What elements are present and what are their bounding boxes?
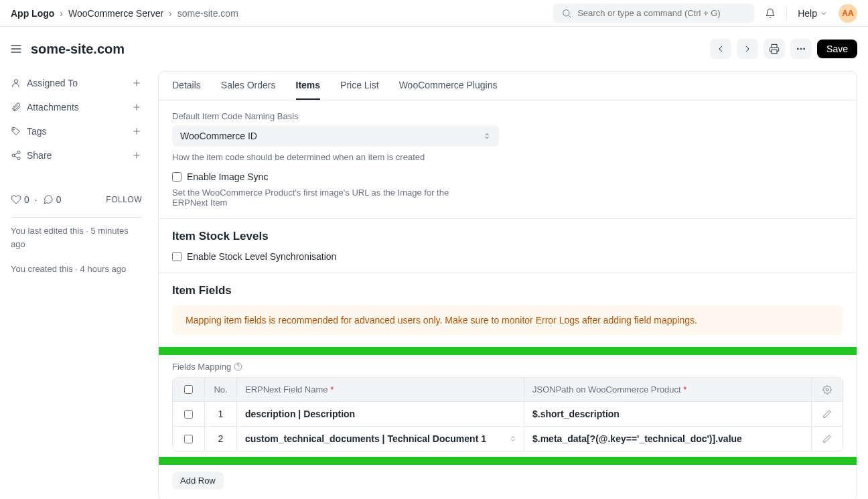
col-field-header: ERPNext Field Name * (237, 378, 524, 401)
breadcrumb: App Logo › WooCommerce Server › some-sit… (11, 8, 238, 19)
tab-items[interactable]: Items (296, 72, 321, 100)
row-field[interactable]: custom_technical_documents | Technical D… (237, 427, 524, 451)
heart-icon (11, 194, 21, 205)
svg-point-26 (826, 388, 828, 391)
enable-image-sync-checkbox[interactable] (172, 172, 182, 182)
menu-toggle[interactable] (9, 42, 23, 56)
sidebar-item-label: Tags (27, 126, 47, 137)
svg-point-9 (14, 80, 17, 83)
row-field[interactable]: description | Description (237, 402, 524, 426)
add-assignee-button[interactable] (131, 78, 142, 88)
naming-basis-value: WooCommerce ID (180, 131, 257, 141)
chevron-down-icon (820, 9, 828, 17)
svg-line-20 (15, 153, 18, 155)
sidebar-item-share[interactable]: Share (11, 150, 52, 161)
separator-dot: · (35, 194, 38, 205)
row-edit-button[interactable] (812, 427, 843, 451)
select-icon (509, 435, 517, 443)
tab-price-list[interactable]: Price List (340, 72, 379, 100)
plus-icon (131, 150, 142, 161)
save-button[interactable]: Save (817, 40, 857, 58)
sidebar-item-tags[interactable]: Tags (11, 126, 47, 137)
table-row[interactable]: 2 custom_technical_documents | Technical… (173, 427, 843, 451)
breadcrumb-parent[interactable]: WooCommerce Server (68, 8, 163, 19)
svg-point-25 (238, 368, 238, 369)
svg-line-1 (569, 15, 571, 17)
search-box[interactable] (553, 3, 754, 23)
row-checkbox[interactable] (184, 435, 193, 443)
select-all-checkbox[interactable] (184, 385, 193, 394)
print-button[interactable] (764, 39, 785, 59)
share-icon (11, 150, 21, 161)
chevron-right-icon: › (60, 8, 63, 19)
printer-icon (769, 44, 780, 54)
svg-point-0 (563, 9, 569, 15)
row-json[interactable]: $.meta_data[?(@.key=='_technical_doc')].… (524, 427, 812, 451)
follow-button[interactable]: FOLLOW (106, 195, 142, 204)
col-json-header: JSONPath on WooCommerce Product * (524, 378, 812, 401)
svg-point-14 (13, 129, 14, 130)
svg-point-8 (804, 48, 805, 50)
row-json[interactable]: $.short_description (524, 402, 812, 426)
add-attachment-button[interactable] (131, 102, 142, 113)
chevron-left-icon (715, 44, 726, 54)
add-share-button[interactable] (131, 150, 142, 161)
next-button[interactable] (737, 39, 758, 59)
tabs: Details Sales Orders Items Price List Wo… (159, 72, 857, 100)
svg-point-19 (17, 157, 20, 160)
sidebar-item-attachments[interactable]: Attachments (11, 102, 79, 113)
svg-point-6 (797, 48, 798, 50)
tag-icon (11, 126, 21, 137)
tab-woocommerce-plugins[interactable]: WooCommerce Plugins (399, 72, 498, 100)
col-no-header: No. (205, 378, 237, 401)
help-icon[interactable] (234, 362, 242, 371)
select-icon (483, 132, 491, 140)
activity-entry: You last edited this · 5 minutes ago (11, 224, 142, 251)
more-button[interactable] (790, 39, 812, 59)
add-tag-button[interactable] (131, 126, 142, 137)
enable-image-sync-label: Enable Image Sync (187, 171, 268, 182)
edit-icon (822, 434, 832, 443)
app-logo[interactable]: App Logo (11, 8, 54, 19)
help-button[interactable]: Help (794, 5, 832, 21)
divider (11, 217, 142, 218)
more-icon (796, 44, 806, 54)
row-checkbox[interactable] (184, 410, 193, 419)
comment-icon (43, 194, 54, 205)
add-row-button[interactable]: Add Row (172, 472, 224, 490)
table-row[interactable]: 1 description | Description $.short_desc… (173, 402, 843, 427)
comments-button[interactable]: 0 (43, 194, 62, 205)
sidebar-item-assigned-to[interactable]: Assigned To (11, 78, 78, 88)
enable-stock-sync-label: Enable Stock Level Synchronisation (187, 251, 336, 262)
notifications-button[interactable] (761, 4, 780, 23)
search-icon (561, 8, 572, 19)
tab-details[interactable]: Details (172, 72, 201, 100)
avatar[interactable]: AA (839, 4, 857, 23)
tab-sales-orders[interactable]: Sales Orders (221, 72, 276, 100)
search-input[interactable] (577, 8, 746, 18)
user-icon (11, 78, 21, 88)
svg-point-18 (12, 154, 15, 157)
fields-mapping-table: No. ERPNext Field Name * JSONPath on Woo… (172, 377, 843, 451)
page-title: some-site.com (31, 42, 125, 57)
row-edit-button[interactable] (812, 402, 843, 426)
mapping-label: Fields Mapping (172, 362, 231, 372)
item-fields-title: Item Fields (172, 284, 843, 297)
row-no: 2 (205, 427, 237, 451)
sidebar-item-label: Assigned To (27, 78, 78, 88)
mapping-alert: Mapping item fields is recommended for a… (172, 305, 843, 335)
prev-button[interactable] (710, 39, 731, 59)
naming-basis-select[interactable]: WooCommerce ID (172, 125, 499, 147)
stock-levels-title: Item Stock Levels (172, 230, 843, 243)
edit-icon (822, 409, 832, 419)
sidebar-item-label: Share (27, 150, 52, 161)
attachment-icon (11, 102, 21, 113)
row-no: 1 (205, 402, 237, 426)
sidebar-item-label: Attachments (27, 102, 79, 113)
col-settings[interactable] (812, 378, 843, 401)
enable-stock-sync-checkbox[interactable] (172, 252, 182, 261)
help-label: Help (798, 8, 817, 19)
separator (786, 7, 787, 20)
likes-button[interactable]: 0 (11, 194, 29, 205)
likes-count: 0 (24, 194, 29, 205)
